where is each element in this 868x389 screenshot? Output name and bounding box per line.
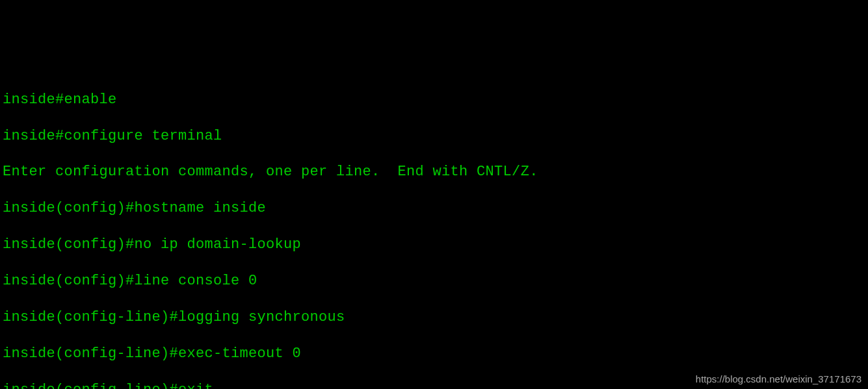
watermark-text: https://blog.csdn.net/weixin_37171673 [696, 373, 861, 385]
terminal-line: inside(config)#no ip domain-lookup [3, 236, 865, 254]
terminal-line: inside#configure terminal [3, 127, 865, 145]
terminal-line: inside(config)#line console 0 [3, 272, 865, 290]
terminal-output[interactable]: inside#enable inside#configure terminal … [3, 73, 865, 389]
terminal-line: inside(config-line)#exec-timeout 0 [3, 345, 865, 363]
terminal-line: Enter configuration commands, one per li… [3, 163, 865, 181]
terminal-line: inside(config-line)#logging synchronous [3, 308, 865, 327]
terminal-line: inside#enable [3, 91, 865, 109]
terminal-line: inside(config)#hostname inside [3, 199, 865, 218]
